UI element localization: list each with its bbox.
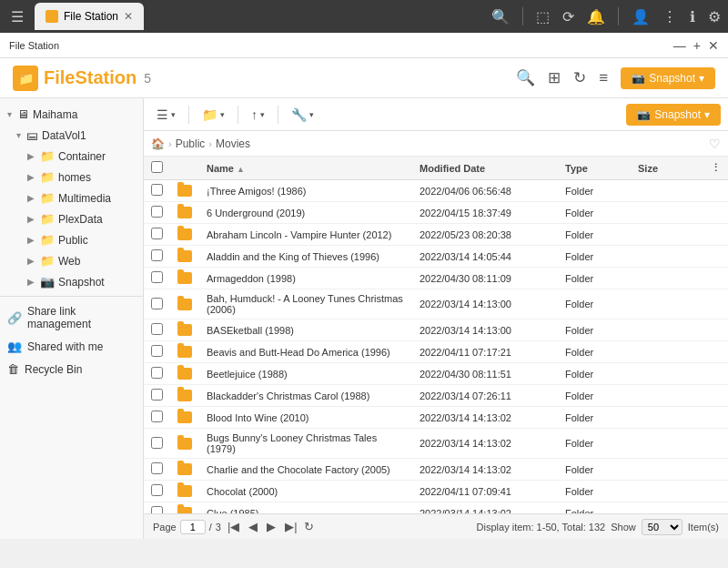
row-checkbox[interactable] xyxy=(151,345,163,357)
first-page-button[interactable]: |◀ xyxy=(225,519,242,534)
row-modified-cell: 2022/03/14 14:05:44 xyxy=(412,246,558,268)
sidebar-item-snapshot[interactable]: ▶ 📷 Snapshot xyxy=(0,271,143,292)
row-checkbox[interactable] xyxy=(151,271,163,283)
row-checkbox[interactable] xyxy=(151,389,163,401)
sidebar-item-container[interactable]: ▶ 📁 Container xyxy=(0,146,143,167)
row-checkbox[interactable] xyxy=(151,206,163,218)
browser-bell-icon[interactable]: 🔔 xyxy=(587,8,605,25)
tools-button[interactable]: 🔧 ▾ xyxy=(286,104,319,126)
browser-user-icon[interactable]: 👤 xyxy=(632,8,650,25)
browser-clipboard-icon[interactable]: ⬚ xyxy=(536,8,550,25)
snapshot-header-button[interactable]: 📷 Snapshot ▾ xyxy=(621,67,715,89)
select-all-checkbox[interactable] xyxy=(151,161,163,173)
sidebar-item-homes[interactable]: ▶ 📁 homes xyxy=(0,167,143,188)
modified-header[interactable]: Modified Date xyxy=(412,157,558,180)
row-name-cell[interactable]: Beetlejuice (1988) xyxy=(199,363,412,385)
size-header[interactable]: Size xyxy=(631,157,703,180)
row-checkbox[interactable] xyxy=(151,228,163,239)
last-page-button[interactable]: ▶| xyxy=(282,519,299,534)
row-name-cell[interactable]: Charlie and the Chocolate Factory (2005) xyxy=(199,459,412,481)
table-row[interactable]: Beetlejuice (1988) 2022/04/30 08:11:51 F… xyxy=(144,363,728,385)
icon-header xyxy=(170,157,199,180)
header-grid-icon[interactable]: ⊞ xyxy=(548,68,561,87)
breadcrumb-movies[interactable]: Movies xyxy=(216,137,250,150)
favorite-icon[interactable]: ♡ xyxy=(709,137,721,151)
page-number-input[interactable] xyxy=(180,520,206,534)
upload-button[interactable]: ↑ ▾ xyxy=(246,104,270,126)
browser-dots-icon[interactable]: ⋮ xyxy=(662,8,677,25)
row-checkbox[interactable] xyxy=(151,411,163,422)
header-search-icon[interactable]: 🔍 xyxy=(516,68,535,87)
table-row[interactable]: Blackadder's Christmas Carol (1988) 2022… xyxy=(144,385,728,407)
table-row[interactable]: Abraham Lincoln - Vampire Hunter (2012) … xyxy=(144,224,728,246)
row-checkbox[interactable] xyxy=(151,184,163,196)
row-checkbox[interactable] xyxy=(151,323,163,335)
row-name-cell[interactable]: Armageddon (1998) xyxy=(199,268,412,289)
sidebar-item-web[interactable]: ▶ 📁 Web xyxy=(0,250,143,271)
next-page-button[interactable]: ▶ xyxy=(264,519,278,534)
sidebar-item-recycle-bin[interactable]: 🗑 Recycle Bin xyxy=(0,358,143,380)
close-button[interactable]: ✕ xyxy=(708,38,719,53)
breadcrumb-home-icon[interactable]: 🏠 xyxy=(151,137,165,150)
refresh-page-button[interactable]: ↻ xyxy=(304,520,314,533)
header-refresh-icon[interactable]: ↻ xyxy=(573,68,586,87)
browser-search-icon[interactable]: 🔍 xyxy=(491,8,510,25)
maximize-button[interactable]: + xyxy=(693,38,701,53)
table-row[interactable]: BASEketball (1998) 2022/03/14 14:13:00 F… xyxy=(144,320,728,341)
row-checkbox[interactable] xyxy=(151,462,163,474)
table-row[interactable]: Chocolat (2000) 2022/04/11 07:09:41 Fold… xyxy=(144,481,728,502)
sidebar-item-plexdata[interactable]: ▶ 📁 PlexData xyxy=(0,208,143,229)
create-folder-button[interactable]: 📁 ▾ xyxy=(197,104,230,126)
row-checkbox[interactable] xyxy=(151,506,163,513)
row-name-cell[interactable]: Clue (1985) xyxy=(199,502,412,514)
header-filter-icon[interactable]: ≡ xyxy=(599,69,608,87)
row-name-cell[interactable]: ¡Three Amigos! (1986) xyxy=(199,180,412,202)
table-row[interactable]: Clue (1985) 2022/03/14 14:13:02 Folder xyxy=(144,502,728,514)
row-name-cell[interactable]: 6 Underground (2019) xyxy=(199,202,412,224)
table-row[interactable]: Bugs Bunny's Looney Christmas Tales (197… xyxy=(144,429,728,459)
sidebar-item-multimedia[interactable]: ▶ 📁 Multimedia xyxy=(0,188,143,208)
browser-settings-icon[interactable]: ⚙ xyxy=(708,8,721,25)
sidebar-item-share-link[interactable]: 🔗 Share link management xyxy=(0,300,143,335)
sidebar-item-root[interactable]: ▾ 🖥 Maihama xyxy=(0,104,143,125)
snapshot-toolbar-button[interactable]: 📷 Snapshot ▾ xyxy=(626,104,721,126)
browser-sync-icon[interactable]: ⟳ xyxy=(562,8,574,25)
browser-info-icon[interactable]: ℹ xyxy=(690,8,695,25)
table-row[interactable]: Blood Into Wine (2010) 2022/03/14 14:13:… xyxy=(144,407,728,429)
list-view-button[interactable]: ☰ ▾ xyxy=(151,104,181,126)
type-header[interactable]: Type xyxy=(558,157,631,180)
sidebar-item-datavol1[interactable]: ▾ 🖴 DataVol1 xyxy=(0,125,143,146)
row-checkbox[interactable] xyxy=(151,298,163,309)
table-row[interactable]: Bah, Humduck! - A Looney Tunes Christmas… xyxy=(144,289,728,320)
logo-text: FileStation xyxy=(44,67,136,88)
row-checkbox[interactable] xyxy=(151,367,163,379)
row-name-cell[interactable]: Bah, Humduck! - A Looney Tunes Christmas… xyxy=(199,289,412,320)
prev-page-button[interactable]: ◀ xyxy=(246,519,260,534)
minimize-button[interactable]: — xyxy=(673,38,686,53)
breadcrumb-public[interactable]: Public xyxy=(176,137,206,150)
row-name-cell[interactable]: Chocolat (2000) xyxy=(199,481,412,502)
table-row[interactable]: Beavis and Butt-Head Do America (1996) 2… xyxy=(144,341,728,363)
browser-menu-icon[interactable]: ☰ xyxy=(7,5,27,29)
sidebar-item-shared-with-me[interactable]: 👥 Shared with me xyxy=(0,335,143,358)
row-name-cell[interactable]: Abraham Lincoln - Vampire Hunter (2012) xyxy=(199,224,412,246)
table-row[interactable]: ¡Three Amigos! (1986) 2022/04/06 06:56:4… xyxy=(144,180,728,202)
row-name-cell[interactable]: Blackadder's Christmas Carol (1988) xyxy=(199,385,412,407)
row-name-cell[interactable]: BASEketball (1998) xyxy=(199,320,412,341)
row-checkbox[interactable] xyxy=(151,249,163,261)
table-row[interactable]: Armageddon (1998) 2022/04/30 08:11:09 Fo… xyxy=(144,268,728,289)
items-per-page-select[interactable]: 50 100 200 xyxy=(642,519,682,535)
row-checkbox[interactable] xyxy=(151,484,163,496)
tab-close-button[interactable]: ✕ xyxy=(124,10,133,23)
name-header[interactable]: Name ▲ xyxy=(199,157,412,180)
table-row[interactable]: Aladdin and the King of Thieves (1996) 2… xyxy=(144,246,728,268)
row-name-cell[interactable]: Beavis and Butt-Head Do America (1996) xyxy=(199,341,412,363)
browser-tab[interactable]: File Station ✕ xyxy=(35,3,144,30)
table-row[interactable]: Charlie and the Chocolate Factory (2005)… xyxy=(144,459,728,481)
table-row[interactable]: 6 Underground (2019) 2022/04/15 18:37:49… xyxy=(144,202,728,224)
row-name-cell[interactable]: Aladdin and the King of Thieves (1996) xyxy=(199,246,412,268)
row-checkbox[interactable] xyxy=(151,437,163,449)
row-name-cell[interactable]: Blood Into Wine (2010) xyxy=(199,407,412,429)
row-name-cell[interactable]: Bugs Bunny's Looney Christmas Tales (197… xyxy=(199,429,412,459)
sidebar-item-public[interactable]: ▶ 📁 Public xyxy=(0,229,143,250)
